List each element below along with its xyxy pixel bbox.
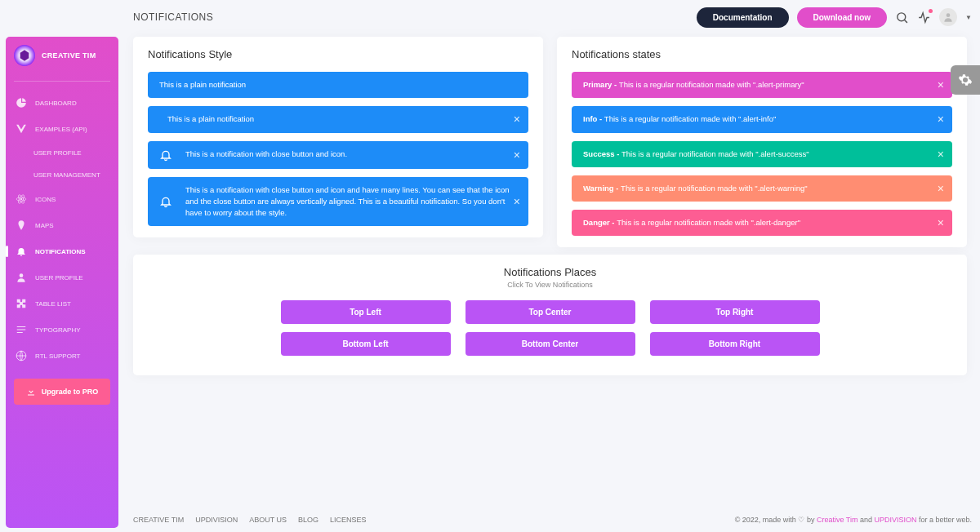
footer-link-licenses[interactable]: LICENSES xyxy=(330,516,367,524)
close-icon[interactable]: × xyxy=(514,113,520,126)
sidebar-item-maps[interactable]: MAPS xyxy=(6,212,118,238)
atom-icon xyxy=(16,193,27,205)
svg-point-4 xyxy=(20,273,24,277)
brand-name: CREATIVE TIM xyxy=(42,51,96,60)
top-left-button[interactable]: Top Left xyxy=(281,300,451,324)
alert-info: Info - This is a regular notification ma… xyxy=(572,106,952,132)
sidebar-item-user-profile-sub[interactable]: USER PROFILE xyxy=(6,142,118,164)
nav-label: RTL SUPPORT xyxy=(35,352,80,360)
sidebar: CREATIVE TIM DASHBOARD EXAMPLES (API) US… xyxy=(6,37,118,528)
footer-link-ct[interactable]: Creative Tim xyxy=(817,516,858,524)
pin-icon xyxy=(16,219,27,231)
svg-point-6 xyxy=(898,12,906,20)
close-icon[interactable]: × xyxy=(938,113,944,126)
sidebar-item-user-profile[interactable]: USER PROFILE xyxy=(6,264,118,290)
nav-label: NOTIFICATIONS xyxy=(35,248,86,255)
alert-text: Info - This is a regular notification ma… xyxy=(583,113,941,125)
search-icon[interactable] xyxy=(895,11,909,24)
close-icon[interactable]: × xyxy=(514,195,520,208)
footer-link-blog[interactable]: BLOG xyxy=(298,516,318,524)
close-icon[interactable]: × xyxy=(938,216,944,229)
footer-link-ud[interactable]: UPDIVISION xyxy=(874,516,916,524)
nav-label: USER PROFILE xyxy=(33,149,82,157)
upgrade-label: Upgrade to PRO xyxy=(42,388,99,396)
top-right-button[interactable]: Top Right xyxy=(650,300,820,324)
footer-link-updivision[interactable]: UPDIVISION xyxy=(195,516,238,524)
footer-links: CREATIVE TIM UPDIVISION ABOUT US BLOG LI… xyxy=(133,516,367,524)
bottom-center-button[interactable]: Bottom Center xyxy=(466,332,635,356)
header: NOTIFICATIONS Documentation Download now… xyxy=(133,0,972,34)
notification-dot xyxy=(929,9,933,13)
alert-plain: This is a plain notification xyxy=(148,72,528,98)
alert-icon: This is a notification with close button… xyxy=(148,141,528,169)
places-subtitle: Click To View Notifications xyxy=(148,281,952,289)
sidebar-item-user-management[interactable]: USER MANAGEMENT xyxy=(6,164,118,186)
sidebar-item-rtl-support[interactable]: RTL SUPPORT xyxy=(6,343,118,369)
puzzle-icon xyxy=(16,298,27,309)
alert-text: Success - This is a regular notification… xyxy=(583,149,941,160)
nav-label: USER PROFILE xyxy=(35,274,83,282)
bell-icon xyxy=(159,195,172,208)
svg-point-7 xyxy=(947,13,951,17)
alert-primary: Primary - This is a regular notification… xyxy=(572,72,952,98)
avatar[interactable] xyxy=(939,8,957,26)
user-icon xyxy=(16,272,27,283)
pie-chart-icon xyxy=(16,97,27,109)
brand-divider xyxy=(14,81,110,82)
svg-point-0 xyxy=(20,198,22,200)
close-icon[interactable]: × xyxy=(938,78,944,91)
brand[interactable]: CREATIVE TIM xyxy=(6,45,118,74)
footer-link-creative-tim[interactable]: CREATIVE TIM xyxy=(133,516,184,524)
alert-danger: Danger - This is a regular notification … xyxy=(572,210,952,236)
alert-icon-multiline: This is a notification with close button… xyxy=(148,177,528,227)
bottom-right-button[interactable]: Bottom Right xyxy=(650,332,820,356)
alert-warning: Warning - This is a regular notification… xyxy=(572,175,952,202)
sidebar-item-icons[interactable]: ICONS xyxy=(6,186,118,212)
alert-text: Primary - This is a regular notification… xyxy=(583,79,941,91)
card-title: Notifications Style xyxy=(148,48,528,60)
globe-icon xyxy=(16,350,27,361)
nav-label: MAPS xyxy=(35,222,54,229)
sidebar-item-notifications[interactable]: NOTIFICATIONS xyxy=(6,238,118,264)
download-button[interactable]: Download now xyxy=(797,7,888,28)
vue-icon xyxy=(16,123,27,135)
sidebar-item-table-list[interactable]: TABLE LIST xyxy=(6,290,118,317)
page-title: NOTIFICATIONS xyxy=(133,11,213,23)
top-center-button[interactable]: Top Center xyxy=(466,300,635,324)
card-notifications-style: Notifications Style This is a plain noti… xyxy=(133,37,543,237)
nav-label: USER MANAGEMENT xyxy=(33,171,100,179)
alert-text: This is a notification with close button… xyxy=(185,184,517,219)
close-icon[interactable]: × xyxy=(938,182,944,195)
nav-label: DASHBOARD xyxy=(35,100,77,107)
brand-logo-icon xyxy=(14,45,35,66)
alert-success: Success - This is a regular notification… xyxy=(572,141,952,167)
close-icon[interactable]: × xyxy=(514,149,520,162)
alert-text: This is a notification with close button… xyxy=(185,149,517,160)
sidebar-item-examples[interactable]: EXAMPLES (API) xyxy=(6,116,118,142)
alert-text: Danger - This is a regular notification … xyxy=(583,217,941,228)
alert-text: This is a plain notification xyxy=(159,113,517,125)
footer-link-about-us[interactable]: ABOUT US xyxy=(249,516,287,524)
documentation-button[interactable]: Documentation xyxy=(697,7,789,28)
chevron-down-icon[interactable]: ▼ xyxy=(965,14,972,21)
card-title: Notifications states xyxy=(572,48,952,60)
nav-label: TABLE LIST xyxy=(35,300,71,308)
footer: CREATIVE TIM UPDIVISION ABOUT US BLOG LI… xyxy=(133,516,972,524)
alert-closable: This is a plain notification × xyxy=(148,106,528,132)
align-icon xyxy=(16,324,27,335)
footer-copyright: © 2022, made with ♡ by Creative Tim and … xyxy=(735,516,972,524)
nav-label: TYPOGRAPHY xyxy=(35,326,81,334)
gear-icon xyxy=(958,73,973,87)
bell-icon xyxy=(159,149,172,162)
upgrade-button[interactable]: Upgrade to PRO xyxy=(14,379,110,405)
activity-icon[interactable] xyxy=(917,11,931,24)
settings-fab[interactable] xyxy=(951,65,980,95)
card-notifications-states: Notifications states Primary - This is a… xyxy=(557,37,967,247)
close-icon[interactable]: × xyxy=(938,148,944,161)
bell-icon xyxy=(16,246,27,257)
nav-label: EXAMPLES (API) xyxy=(35,126,87,133)
alert-text: Warning - This is a regular notification… xyxy=(583,183,941,194)
sidebar-item-typography[interactable]: TYPOGRAPHY xyxy=(6,317,118,343)
bottom-left-button[interactable]: Bottom Left xyxy=(281,332,451,356)
sidebar-item-dashboard[interactable]: DASHBOARD xyxy=(6,90,118,116)
